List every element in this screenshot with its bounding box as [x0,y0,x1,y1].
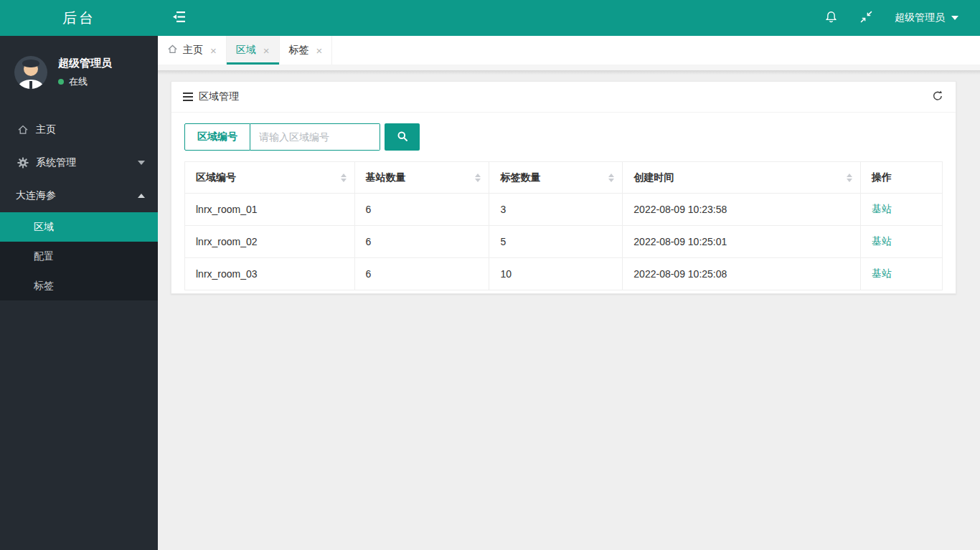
cell-created-time: 2022-08-09 10:23:58 [623,194,861,226]
search-icon [397,131,408,144]
exit-fullscreen-icon [859,10,873,27]
cell-tag-count: 10 [489,258,623,290]
column-header: 区域编号 [185,162,355,194]
tab-label: 主页 [183,44,203,57]
column-header: 操作 [860,162,942,194]
main-area: 主页 × 区域 × 标签 × 区域管理 [158,36,980,550]
tab-area[interactable]: 区域 × [227,36,280,65]
app-logo: 后台 [0,9,158,28]
cell-station-count: 6 [354,226,489,258]
panel-header: 区域管理 [171,82,956,113]
sidebar-item-label: 区域 [34,221,54,232]
column-header: 创建时间 [623,162,861,194]
cell-tag-count: 5 [489,226,623,258]
chevron-down-icon [951,16,958,20]
search-bar: 区域编号 [184,123,943,151]
home-icon [17,124,29,136]
station-link[interactable]: 基站 [872,267,892,279]
panel-body: 区域编号 [171,113,956,293]
sidebar-item-label: 标签 [34,280,54,291]
sidebar-username: 超级管理员 [58,57,112,70]
online-dot-icon [58,79,64,85]
notifications-button[interactable] [824,10,838,27]
station-link[interactable]: 基站 [872,203,892,214]
user-status: 在线 [58,75,112,88]
topbar: 后台 超级管理员 [0,0,980,36]
table-header-row: 区域编号 基站数量 标签数量 [185,162,943,194]
list-icon [183,93,193,101]
tab-home[interactable]: 主页 × [158,36,227,65]
sidebar-item-label: 大连海参 [16,189,56,202]
sidebar-toggle-button[interactable] [172,11,186,26]
tabbar: 主页 × 区域 × 标签 × [158,36,980,65]
sort-icon[interactable] [475,174,481,182]
cell-station-count: 6 [354,258,489,290]
status-label: 在线 [69,75,88,88]
area-table: 区域编号 基站数量 标签数量 [184,161,943,290]
sidebar-item-tags[interactable]: 标签 [0,271,158,300]
chevron-down-icon [138,161,145,165]
station-link[interactable]: 基站 [872,235,892,247]
sort-icon[interactable] [847,174,852,182]
search-input[interactable] [250,123,380,151]
bell-icon [824,10,838,27]
sidebar-user-panel: 超级管理员 在线 [0,36,158,89]
sidebar-item-label: 系统管理 [36,156,76,169]
search-field-selector[interactable]: 区域编号 [184,123,250,151]
table-row: lnrx_room_01 6 3 2022-08-09 10:23:58 基站 [185,194,943,226]
table-row: lnrx_room_03 6 10 2022-08-09 10:25:08 基站 [185,258,943,290]
tab-label: 区域 [236,44,256,57]
sidebar: 超级管理员 在线 主页 [0,36,158,550]
sidebar-menu: 主页 [0,113,158,300]
table-row: lnrx_room_02 6 5 2022-08-09 10:25:01 基站 [185,226,943,258]
refresh-icon [931,90,944,105]
chevron-up-icon [138,194,145,198]
close-icon[interactable]: × [263,45,270,56]
avatar[interactable] [14,56,47,89]
search-button[interactable] [385,123,420,151]
cell-area-id: lnrx_room_03 [185,258,355,290]
user-dropdown[interactable]: 超级管理员 [895,11,958,24]
cell-created-time: 2022-08-09 10:25:01 [623,226,861,258]
sort-icon[interactable] [608,174,614,182]
tab-tags[interactable]: 标签 × [280,36,333,65]
sidebar-item-area[interactable]: 区域 [0,212,158,242]
cell-created-time: 2022-08-09 10:25:08 [623,258,861,290]
refresh-button[interactable] [931,90,944,105]
sidebar-submenu: 区域 配置 标签 [0,212,158,300]
sort-icon[interactable] [341,174,347,182]
sidebar-item-label: 配置 [34,250,54,262]
panel-title: 区域管理 [199,90,239,103]
content: 区域管理 区域编号 [158,75,980,294]
gear-icon [17,157,29,169]
menu-fold-icon [172,11,186,26]
close-icon[interactable]: × [210,45,217,56]
cell-station-count: 6 [354,194,489,226]
column-header: 基站数量 [354,162,489,194]
sidebar-item-dalian[interactable]: 大连海参 [0,179,158,212]
sidebar-item-home[interactable]: 主页 [0,113,158,146]
home-icon [167,44,178,57]
cell-area-id: lnrx_room_02 [185,226,355,258]
sidebar-item-config[interactable]: 配置 [0,242,158,271]
cell-tag-count: 3 [489,194,623,226]
tab-label: 标签 [289,44,309,57]
column-header: 标签数量 [489,162,623,194]
tabbar-gap [158,65,980,70]
close-icon[interactable]: × [316,45,323,56]
cell-area-id: lnrx_room_01 [185,194,355,226]
topbar-username: 超级管理员 [895,11,945,24]
exit-fullscreen-button[interactable] [859,10,873,27]
sidebar-item-label: 主页 [36,123,56,136]
sidebar-item-system[interactable]: 系统管理 [0,146,158,179]
area-management-panel: 区域管理 区域编号 [171,81,956,294]
